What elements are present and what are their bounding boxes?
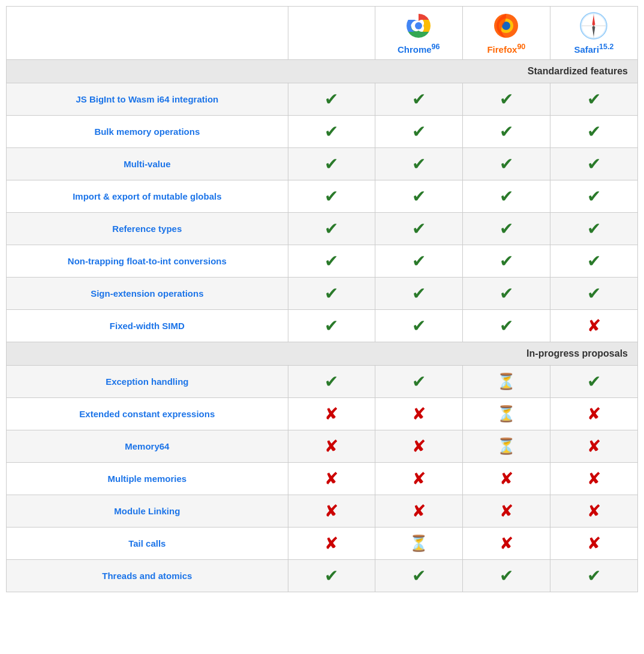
check-icon: ✔ xyxy=(412,154,426,174)
support-cell: ✔ xyxy=(462,213,550,245)
check-icon: ✔ xyxy=(412,186,426,206)
firefox-version: 90 xyxy=(517,43,525,51)
feature-name-cell: Import & export of mutable globals xyxy=(7,180,288,213)
feature-row: Threads and atomics✔✔✔✔ xyxy=(7,560,638,592)
check-icon: ✔ xyxy=(412,284,426,303)
support-cell: ✘ xyxy=(462,495,550,528)
support-cell: ✔ xyxy=(375,213,462,245)
support-cell: ✘ xyxy=(375,430,462,463)
support-cell: ✔ xyxy=(462,148,550,180)
safari-version: 15.2 xyxy=(599,43,613,51)
support-cell: ✔ xyxy=(288,278,375,310)
support-cell: ✘ xyxy=(375,463,462,495)
cross-icon: ✘ xyxy=(324,436,338,456)
support-cell: ✔ xyxy=(462,278,550,310)
support-cell: ✘ xyxy=(288,528,375,560)
check-icon: ✔ xyxy=(412,566,426,586)
support-cell: ✔ xyxy=(288,180,375,213)
feature-name-cell: Tail calls xyxy=(7,528,288,560)
chrome-name: Chrome96 xyxy=(398,44,440,55)
support-cell: ✘ xyxy=(288,495,375,528)
chrome-header: Chrome96 xyxy=(375,7,462,60)
cross-icon: ✘ xyxy=(499,469,513,489)
support-cell: ✔ xyxy=(550,213,637,245)
cross-icon: ✘ xyxy=(587,436,601,456)
feature-name-cell: Non-trapping float-to-int conversions xyxy=(7,245,288,278)
cross-icon: ✘ xyxy=(412,436,426,456)
support-cell: ✔ xyxy=(550,278,637,310)
cross-icon: ✘ xyxy=(324,404,338,424)
firefox-name: Firefox90 xyxy=(487,44,525,55)
support-cell: ✔ xyxy=(288,213,375,245)
safari-header: Safari15.2 xyxy=(550,7,637,60)
support-cell: ✔ xyxy=(288,245,375,278)
support-cell: ✔ xyxy=(550,148,637,180)
check-icon: ✔ xyxy=(324,566,338,586)
support-cell: ✔ xyxy=(462,180,550,213)
table-body: Standardized featuresJS BigInt to Wasm i… xyxy=(7,60,638,592)
feature-name-cell: Threads and atomics xyxy=(7,560,288,592)
feature-row: Non-trapping float-to-int conversions✔✔✔… xyxy=(7,245,638,278)
support-cell: ✘ xyxy=(550,495,637,528)
support-cell: ✔ xyxy=(462,310,550,342)
support-cell: ✘ xyxy=(462,463,550,495)
support-cell: ✔ xyxy=(375,278,462,310)
check-icon: ✔ xyxy=(587,566,601,586)
chrome-icon xyxy=(404,11,433,40)
cross-icon: ✘ xyxy=(412,404,426,424)
feature-name-cell: Exception handling xyxy=(7,366,288,398)
section-title: Standardized features xyxy=(7,60,638,83)
check-icon: ✔ xyxy=(499,219,513,239)
chrome-version: 96 xyxy=(432,43,440,51)
cross-icon: ✘ xyxy=(324,501,338,521)
feature-row: Bulk memory operations✔✔✔✔ xyxy=(7,116,638,148)
compatibility-table-wrapper: Chrome96 Firefox90 xyxy=(6,6,638,592)
support-cell: ⏳ xyxy=(462,366,550,398)
feature-name-cell: Bulk memory operations xyxy=(7,116,288,148)
check-icon: ✔ xyxy=(324,316,338,336)
feature-row: Extended constant expressions✘✘⏳✘ xyxy=(7,398,638,430)
check-icon: ✔ xyxy=(412,372,426,391)
support-cell: ✘ xyxy=(550,310,637,342)
check-icon: ✔ xyxy=(499,154,513,174)
feature-row: Import & export of mutable globals✔✔✔✔ xyxy=(7,180,638,213)
support-cell: ✘ xyxy=(550,430,637,463)
support-cell: ✔ xyxy=(375,148,462,180)
support-cell: ✔ xyxy=(550,180,637,213)
cross-icon: ✘ xyxy=(499,501,513,521)
support-cell: ✔ xyxy=(550,560,637,592)
support-cell: ✘ xyxy=(288,430,375,463)
support-cell: ⏳ xyxy=(462,430,550,463)
support-cell: ✘ xyxy=(550,528,637,560)
support-cell: ⏳ xyxy=(375,528,462,560)
support-cell: ✘ xyxy=(288,463,375,495)
feature-row: JS BigInt to Wasm i64 integration✔✔✔✔ xyxy=(7,83,638,116)
support-cell: ✔ xyxy=(288,83,375,116)
feature-row: Module Linking✘✘✘✘ xyxy=(7,495,638,528)
support-cell: ✔ xyxy=(375,560,462,592)
support-cell: ✘ xyxy=(375,495,462,528)
cross-icon: ✘ xyxy=(412,501,426,521)
check-icon: ✔ xyxy=(499,186,513,206)
feature-name-cell: Multi-value xyxy=(7,148,288,180)
feature-row: Reference types✔✔✔✔ xyxy=(7,213,638,245)
cross-icon: ✘ xyxy=(587,534,601,553)
check-icon: ✔ xyxy=(587,154,601,174)
firefox-icon xyxy=(492,11,520,40)
cross-icon: ✘ xyxy=(587,469,601,489)
check-icon: ✔ xyxy=(324,186,338,206)
feature-row: Multiple memories✘✘✘✘ xyxy=(7,463,638,495)
support-cell: ✔ xyxy=(550,366,637,398)
check-icon: ✔ xyxy=(324,122,338,141)
feature-row: Exception handling✔✔⏳✔ xyxy=(7,366,638,398)
support-cell: ✘ xyxy=(550,463,637,495)
check-icon: ✔ xyxy=(587,372,601,391)
support-cell: ✘ xyxy=(550,398,637,430)
feature-row: Multi-value✔✔✔✔ xyxy=(7,148,638,180)
section-header-row: In-progress proposals xyxy=(7,342,638,366)
support-cell: ✔ xyxy=(375,116,462,148)
support-cell: ✔ xyxy=(550,245,637,278)
support-cell: ✘ xyxy=(288,398,375,430)
feature-name-cell: Multiple memories xyxy=(7,463,288,495)
check-icon: ✔ xyxy=(499,251,513,271)
